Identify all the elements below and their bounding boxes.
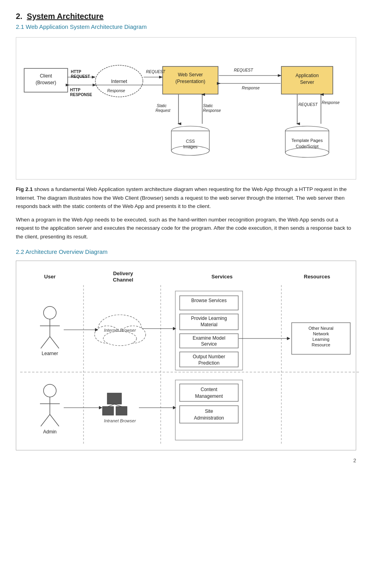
page-number: 2 [16,458,356,463]
svg-text:HTTP: HTTP [70,88,80,92]
svg-line-57 [41,337,50,348]
svg-text:REQUEST: REQUEST [234,68,253,72]
section-heading: 2. System Architecture [16,12,356,21]
svg-point-42 [285,148,329,157]
paragraph-1: When a program in the Web App needs to b… [16,216,356,241]
section-2-1-title: 2.1 Web Application System Architecture … [16,23,356,30]
svg-rect-91 [107,393,121,404]
svg-text:Channel: Channel [113,277,133,283]
svg-rect-93 [116,406,127,415]
diagram-2-svg: User Delivery Channel Services Resources… [20,267,361,449]
svg-text:Learner: Learner [42,351,58,356]
svg-text:Code/Script: Code/Script [296,144,318,149]
svg-text:Resources: Resources [304,274,330,280]
diagram-1-svg: Client (Browser) Internet Web Server (Pr… [20,45,361,179]
svg-text:Service: Service [201,341,217,347]
svg-text:Response: Response [322,100,340,105]
svg-point-54 [44,306,56,319]
svg-text:Response: Response [107,89,125,93]
svg-line-58 [50,337,59,348]
svg-text:User: User [44,274,56,280]
svg-point-63 [103,331,137,346]
svg-text:Internet Browser: Internet Browser [104,328,137,333]
svg-text:Administration: Administration [194,415,224,421]
section-number: 2. [16,12,23,21]
svg-text:Network: Network [313,331,329,336]
svg-line-95 [114,404,121,406]
svg-text:Static: Static [157,104,167,108]
svg-text:Application: Application [296,73,319,78]
section-title: System Architecture [27,12,104,21]
svg-text:HTTP: HTTP [71,70,81,74]
svg-text:Output Number: Output Number [193,354,225,359]
svg-text:Static: Static [203,104,213,108]
svg-text:Content: Content [201,387,218,392]
svg-text:Template Pages: Template Pages [292,138,323,143]
fig-text: shows a fundamental Web Application syst… [16,186,347,209]
svg-text:Delivery: Delivery [113,270,133,276]
svg-text:Client: Client [40,73,52,79]
svg-text:Images: Images [183,144,198,149]
svg-text:Material: Material [201,322,218,327]
svg-line-89 [50,414,59,426]
svg-rect-92 [102,406,114,415]
svg-text:Internet: Internet [111,79,127,84]
svg-text:CSS: CSS [186,139,195,144]
svg-text:Browse Services: Browse Services [191,298,226,303]
svg-text:REQUEST: REQUEST [71,74,90,79]
svg-text:Response: Response [242,86,260,90]
svg-text:Intranet Browser: Intranet Browser [104,418,137,423]
diagram-1-container: Client (Browser) Internet Web Server (Pr… [16,37,356,180]
svg-text:Services: Services [211,274,233,280]
svg-text:Examine Model: Examine Model [193,335,226,341]
svg-text:Admin: Admin [43,429,57,435]
svg-line-94 [108,404,114,406]
svg-text:Response: Response [203,108,221,113]
svg-text:Request: Request [156,108,171,113]
fig-label: Fig 2.1 [16,186,33,192]
svg-text:Other Neural: Other Neural [309,326,334,331]
svg-text:Resource: Resource [311,342,330,347]
svg-text:Learning: Learning [313,337,330,342]
fig-2-1-caption: Fig 2.1 shows a fundamental Web Applicat… [16,185,356,211]
section-2-2-title: 2.2 Architecture Overview Diagram [16,248,356,255]
svg-text:REQUEST: REQUEST [146,70,165,74]
svg-text:Management: Management [195,393,223,399]
svg-text:Provide Learning: Provide Learning [191,316,227,321]
svg-text:Site: Site [205,408,213,414]
svg-text:Server: Server [300,79,314,85]
svg-point-85 [44,384,56,397]
svg-text:Web Server: Web Server [178,72,203,78]
svg-text:(Browser): (Browser) [36,80,56,85]
svg-line-88 [41,414,50,426]
svg-text:Prediction: Prediction [198,360,219,366]
svg-text:(Presentation): (Presentation) [175,79,205,84]
svg-text:RESPONSE: RESPONSE [70,93,92,97]
diagram-2-container: User Delivery Channel Services Resources… [16,261,356,450]
svg-text:REQUEST: REQUEST [298,102,318,107]
